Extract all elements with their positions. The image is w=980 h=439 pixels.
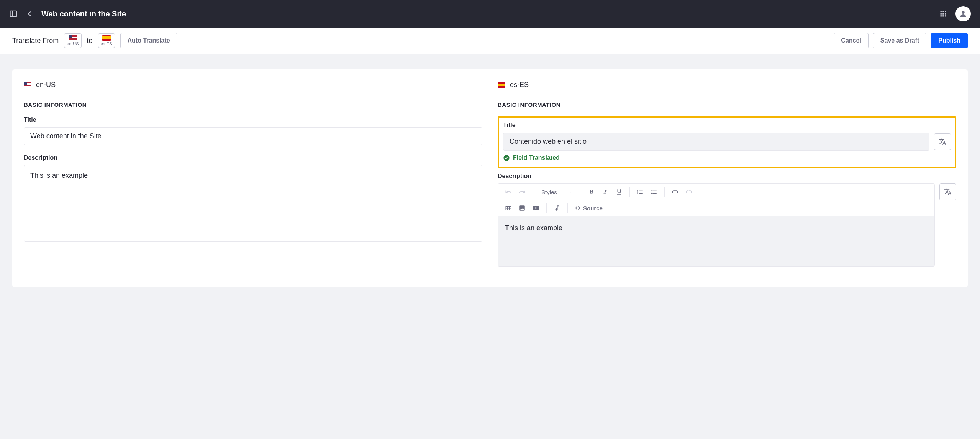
unordered-list-icon bbox=[651, 188, 657, 195]
target-title-label: Title bbox=[503, 122, 951, 129]
image-button[interactable] bbox=[516, 202, 529, 214]
svg-rect-3 bbox=[942, 11, 944, 12]
target-lang-header: es-ES bbox=[498, 81, 956, 93]
rich-text-editor: Styles bbox=[498, 183, 935, 267]
source-lang-header: en-US bbox=[24, 81, 482, 93]
us-flag-icon bbox=[69, 35, 77, 41]
es-flag-icon bbox=[498, 82, 505, 88]
svg-point-11 bbox=[962, 11, 964, 14]
publish-button[interactable]: Publish bbox=[931, 33, 968, 48]
translate-icon bbox=[939, 138, 946, 146]
svg-rect-5 bbox=[941, 13, 942, 14]
unordered-list-button[interactable] bbox=[647, 186, 660, 198]
video-icon bbox=[533, 205, 539, 211]
to-label: to bbox=[87, 37, 93, 45]
bold-button[interactable] bbox=[585, 186, 598, 198]
es-flag-icon bbox=[102, 35, 111, 41]
italic-button[interactable] bbox=[599, 186, 612, 198]
undo-button[interactable] bbox=[502, 186, 515, 198]
to-lang-selector[interactable]: es-ES bbox=[98, 33, 115, 48]
back-icon[interactable] bbox=[25, 10, 34, 18]
redo-icon bbox=[519, 188, 526, 195]
app-header: Web content in the Site bbox=[0, 0, 980, 28]
redo-button[interactable] bbox=[516, 186, 529, 198]
underline-button[interactable] bbox=[613, 186, 626, 198]
translate-from-label: Translate From bbox=[12, 37, 59, 45]
translation-toolbar: Translate From en-US to es-ES Auto Trans… bbox=[0, 28, 980, 54]
target-title-input[interactable] bbox=[503, 133, 929, 151]
source-description-label: Description bbox=[24, 154, 482, 161]
apps-grid-icon[interactable] bbox=[939, 10, 947, 18]
source-description-box: This is an example bbox=[24, 165, 482, 242]
audio-button[interactable] bbox=[551, 202, 564, 214]
source-column: en-US Basic Information Title Descriptio… bbox=[24, 81, 482, 276]
svg-rect-0 bbox=[10, 11, 17, 17]
title-highlight: Title Field Translated bbox=[498, 116, 956, 168]
styles-dropdown[interactable]: Styles bbox=[537, 187, 577, 198]
bold-icon bbox=[588, 188, 595, 195]
ordered-list-button[interactable] bbox=[634, 186, 647, 198]
svg-rect-4 bbox=[945, 11, 946, 12]
target-column: es-ES Basic Information Title Field Tran… bbox=[498, 81, 956, 276]
source-lang-code: en-US bbox=[36, 81, 56, 89]
from-lang-code: en-US bbox=[67, 41, 79, 46]
ordered-list-icon bbox=[637, 188, 644, 195]
field-translated-text: Field Translated bbox=[513, 154, 560, 161]
user-avatar[interactable] bbox=[955, 6, 971, 21]
target-description-label: Description bbox=[498, 173, 956, 180]
link-button[interactable] bbox=[669, 186, 682, 198]
source-title-label: Title bbox=[24, 116, 482, 123]
video-button[interactable] bbox=[529, 202, 542, 214]
table-button[interactable] bbox=[502, 202, 515, 214]
unlink-button[interactable] bbox=[682, 186, 695, 198]
auto-translate-button[interactable]: Auto Translate bbox=[120, 33, 177, 48]
unlink-icon bbox=[685, 188, 692, 195]
editor-content[interactable]: This is an example bbox=[498, 216, 934, 266]
image-icon bbox=[519, 205, 526, 211]
source-title-input bbox=[24, 127, 482, 145]
translation-panel: en-US Basic Information Title Descriptio… bbox=[12, 69, 968, 287]
svg-rect-9 bbox=[942, 15, 944, 16]
styles-label: Styles bbox=[541, 189, 557, 195]
svg-rect-2 bbox=[941, 11, 942, 12]
field-translated-status: Field Translated bbox=[503, 154, 951, 161]
code-icon bbox=[575, 205, 581, 211]
page-title: Web content in the Site bbox=[41, 10, 126, 18]
caret-down-icon bbox=[569, 190, 572, 194]
us-flag-icon bbox=[24, 82, 31, 88]
audio-icon bbox=[554, 205, 560, 211]
cancel-button[interactable]: Cancel bbox=[834, 33, 868, 48]
from-lang-selector[interactable]: en-US bbox=[64, 33, 81, 48]
svg-rect-6 bbox=[942, 13, 944, 14]
link-icon bbox=[672, 188, 678, 195]
to-lang-code: es-ES bbox=[101, 41, 112, 46]
translate-icon bbox=[944, 188, 952, 196]
translate-title-button[interactable] bbox=[934, 133, 951, 150]
save-draft-button[interactable]: Save as Draft bbox=[873, 33, 926, 48]
svg-rect-10 bbox=[945, 15, 946, 16]
check-circle-icon bbox=[503, 154, 510, 161]
italic-icon bbox=[602, 188, 609, 195]
undo-icon bbox=[505, 188, 512, 195]
translate-description-button[interactable] bbox=[939, 183, 956, 200]
source-button[interactable]: Source bbox=[572, 203, 606, 214]
svg-rect-7 bbox=[945, 13, 946, 14]
editor-toolbar: Styles bbox=[498, 184, 934, 216]
target-lang-code: es-ES bbox=[510, 81, 529, 89]
source-label: Source bbox=[583, 205, 603, 211]
source-section-title: Basic Information bbox=[24, 102, 482, 108]
table-icon bbox=[505, 205, 512, 211]
underline-icon bbox=[616, 188, 623, 195]
svg-rect-8 bbox=[941, 15, 942, 16]
panel-toggle-icon[interactable] bbox=[9, 10, 18, 18]
target-section-title: Basic Information bbox=[498, 102, 956, 108]
